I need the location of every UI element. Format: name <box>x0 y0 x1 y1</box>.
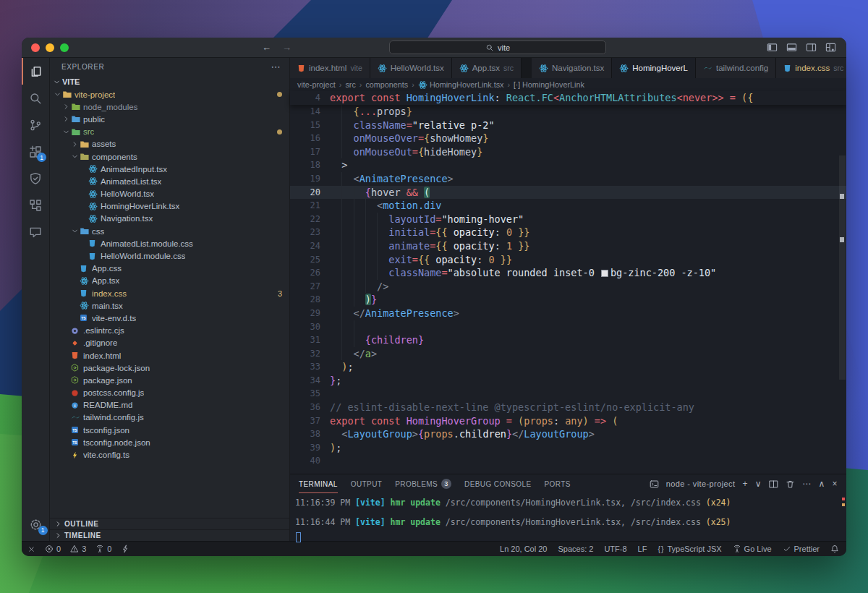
status-ports-forwarded[interactable]: 0 <box>95 545 111 553</box>
workspace-section-header[interactable]: VITE <box>50 75 289 88</box>
code-line[interactable]: 40 <box>290 454 846 468</box>
tree-item[interactable]: HomingHoverLink.tsx <box>50 200 289 213</box>
code-line[interactable]: 31 {children} <box>290 333 846 347</box>
toggle-panel-icon[interactable] <box>786 42 797 53</box>
toggle-primary-sidebar-icon[interactable] <box>767 42 778 53</box>
terminal-action[interactable]: ∨ <box>755 479 762 489</box>
status-language-mode[interactable]: {}TypeScript JSX <box>658 545 721 553</box>
code-line[interactable]: 21 <motion.div <box>290 199 846 213</box>
toggle-secondary-sidebar-icon[interactable] <box>806 42 817 53</box>
code-line[interactable]: 22 layoutId="homing-hover" <box>290 213 846 226</box>
terminal-output[interactable]: 11:16:39 PM [vite] hmr update /src/compo… <box>290 493 846 544</box>
status-remote-indicator[interactable] <box>27 545 35 553</box>
activity-settings[interactable]: 1 <box>22 512 49 537</box>
tab-hominghoverl[interactable]: HomingHoverL <box>612 58 696 78</box>
tree-item[interactable]: Navigation.tsx <box>50 213 289 225</box>
activity-explorer[interactable] <box>22 58 49 85</box>
command-center-search[interactable]: vite <box>389 40 606 54</box>
section-outline[interactable]: OUTLINE <box>50 518 289 529</box>
activity-search[interactable] <box>22 85 49 111</box>
code-line[interactable]: 28 )} <box>290 293 846 307</box>
status-warnings[interactable]: 3 <box>70 545 86 553</box>
customize-layout-icon[interactable] <box>825 42 836 53</box>
sticky-line[interactable]: 4export const HomingHoverLink: React.FC<… <box>290 91 753 105</box>
code-line[interactable]: 17 onMouseOut={hideHomey} <box>290 145 846 159</box>
tree-item[interactable]: App.css <box>50 263 289 275</box>
terminal-action[interactable]: ⋯ <box>802 479 811 489</box>
tree-item[interactable]: vite-project <box>50 88 289 101</box>
code-line[interactable]: 33 ); <box>290 360 846 374</box>
status-go-live[interactable]: Go Live <box>733 545 772 553</box>
tree-item[interactable]: tailwind.config.js <box>50 411 289 424</box>
activity-extensions[interactable]: 1 <box>22 138 49 165</box>
tree-item[interactable]: .eslintrc.cjs <box>50 325 289 337</box>
tree-item[interactable]: node_modules <box>50 101 289 113</box>
activity-remote-explorer[interactable] <box>22 192 49 218</box>
tree-item[interactable]: HelloWorld.module.css <box>50 249 289 262</box>
code-line[interactable]: 16 onMouseOver={showHomey} <box>290 132 846 145</box>
trash-icon[interactable] <box>786 479 795 489</box>
status-cursor-position[interactable]: Ln 20, Col 20 <box>500 545 547 553</box>
tab-helloworld-tsx[interactable]: HelloWorld.tsx <box>370 58 452 78</box>
breadcrumb-item[interactable]: [·]HomingHoverLink <box>514 80 584 89</box>
status-prettier[interactable]: Prettier <box>783 545 820 553</box>
code-line[interactable]: 29 </AnimatePresence> <box>290 307 846 320</box>
tree-item[interactable]: .gitignore <box>50 337 289 349</box>
tree-item[interactable]: iREADME.md <box>50 399 289 411</box>
breadcrumb-item[interactable]: vite-project <box>297 80 336 89</box>
close-button[interactable] <box>31 43 40 52</box>
titlebar[interactable]: ← → vite <box>22 38 846 58</box>
terminal-instance-label[interactable]: node - vite-project <box>666 479 736 488</box>
minimize-button[interactable] <box>46 43 54 52</box>
terminal-action[interactable]: ∧ <box>818 479 825 489</box>
panel-tab-output[interactable]: OUTPUT <box>351 474 383 493</box>
tree-item[interactable]: components <box>50 150 289 163</box>
breadcrumb-item[interactable]: components <box>365 80 408 89</box>
zoom-button[interactable] <box>60 43 69 52</box>
panel-tab-ports[interactable]: PORTS <box>545 474 571 493</box>
tree-item[interactable]: HelloWorld.tsx <box>50 188 289 200</box>
tree-item[interactable]: TStsconfig.json <box>50 424 289 436</box>
section-timeline[interactable]: TIMELINE <box>50 529 289 541</box>
status-eol[interactable]: LF <box>638 545 647 553</box>
tree-item[interactable]: AnimatedList.module.css <box>50 237 289 249</box>
status-power[interactable] <box>121 545 129 553</box>
editor-scrollbar[interactable] <box>839 155 846 380</box>
tab-index-html[interactable]: index.htmlvite <box>290 58 370 78</box>
activity-source-control[interactable] <box>22 111 49 138</box>
code-line[interactable]: 35 <box>290 387 846 401</box>
tab-index-css[interactable]: index.csssrc <box>776 58 846 78</box>
panel-tab-problems[interactable]: PROBLEMS3 <box>395 474 451 493</box>
tree-item[interactable]: index.css3 <box>50 287 289 299</box>
code-line[interactable]: 14 {...props} <box>290 105 846 119</box>
code-line[interactable]: 19 <AnimatePresence> <box>290 172 846 186</box>
code-area[interactable]: 14 {...props}15 className="relative p-2"… <box>290 105 846 474</box>
tree-item[interactable]: postcss.config.js <box>50 387 289 399</box>
sidebar-more-actions[interactable]: ⋯ <box>271 61 281 72</box>
tree-item[interactable]: assets <box>50 138 289 150</box>
activity-testing[interactable] <box>22 165 49 192</box>
activity-comments[interactable] <box>22 218 49 245</box>
code-line[interactable]: 39); <box>290 441 846 455</box>
tree-item[interactable]: AnimatedList.tsx <box>50 175 289 187</box>
code-line[interactable]: 15 className="relative p-2" <box>290 119 846 132</box>
panel-tab-debug-console[interactable]: DEBUG CONSOLE <box>464 474 531 493</box>
terminal-action[interactable]: × <box>833 479 838 489</box>
tree-item[interactable]: css <box>50 225 289 237</box>
tab-tailwind-config[interactable]: tailwind.config <box>696 58 776 78</box>
code-line[interactable]: 38 <LayoutGroup>{props.children}</Layout… <box>290 427 846 441</box>
tree-item[interactable]: src <box>50 126 289 138</box>
tree-item[interactable]: index.html <box>50 349 289 362</box>
code-line[interactable]: 36// eslint-disable-next-line @typescrip… <box>290 401 846 414</box>
status-errors[interactable]: 0 <box>45 545 61 553</box>
status-encoding[interactable]: UTF-8 <box>604 545 626 553</box>
tree-item[interactable]: main.tsx <box>50 299 289 312</box>
forward-button[interactable]: → <box>282 42 292 53</box>
tree-item[interactable]: TStsconfig.node.json <box>50 436 289 448</box>
tree-item[interactable]: vite.config.ts <box>50 448 289 461</box>
tree-item[interactable]: public <box>50 113 289 125</box>
terminal-action[interactable]: + <box>742 479 747 489</box>
code-line[interactable]: 34}; <box>290 374 846 388</box>
tree-item[interactable]: App.tsx <box>50 275 289 287</box>
breadcrumb-item[interactable]: HomingHoverLink.tsx <box>418 80 504 90</box>
